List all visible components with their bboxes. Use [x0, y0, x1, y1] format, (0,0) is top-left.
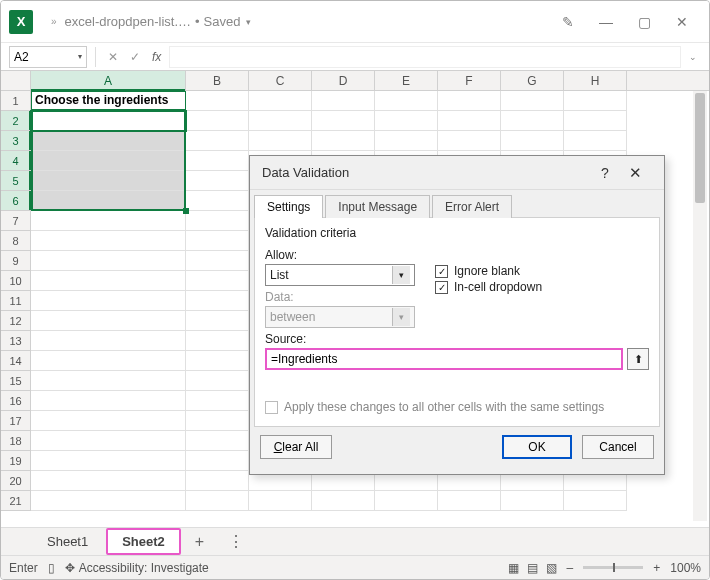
cell[interactable] [564, 131, 627, 151]
macro-record-icon[interactable]: ▯ [48, 561, 55, 575]
cell[interactable] [438, 491, 501, 511]
accessibility-icon[interactable]: ✥ [65, 561, 75, 575]
column-header[interactable]: B [186, 71, 249, 90]
cell[interactable] [438, 91, 501, 111]
cell[interactable] [31, 471, 186, 491]
cell[interactable] [31, 331, 186, 351]
cell[interactable] [186, 471, 249, 491]
cell[interactable] [186, 151, 249, 171]
cell[interactable]: Choose the ingredients [31, 91, 186, 111]
add-sheet-button[interactable]: + [183, 533, 216, 551]
cell[interactable] [186, 171, 249, 191]
cell[interactable] [186, 491, 249, 511]
row-header[interactable]: 2 [1, 111, 31, 131]
cell[interactable] [501, 491, 564, 511]
sheet-tab-sheet2[interactable]: Sheet2 [106, 528, 181, 555]
row-header[interactable]: 15 [1, 371, 31, 391]
cell[interactable] [249, 91, 312, 111]
row-header[interactable]: 19 [1, 451, 31, 471]
minimize-button[interactable]: — [587, 7, 625, 37]
chevron-down-icon[interactable]: ▾ [392, 266, 410, 284]
row-header[interactable]: 11 [1, 291, 31, 311]
chevron-down-icon[interactable]: ▾ [246, 17, 251, 27]
column-header[interactable]: F [438, 71, 501, 90]
cell[interactable] [31, 211, 186, 231]
row-header[interactable]: 9 [1, 251, 31, 271]
cell[interactable] [31, 151, 186, 171]
cell[interactable] [31, 491, 186, 511]
dialog-help-button[interactable]: ? [592, 165, 618, 181]
zoom-level[interactable]: 100% [670, 561, 701, 575]
cell[interactable] [31, 291, 186, 311]
cell[interactable] [186, 291, 249, 311]
row-header[interactable]: 20 [1, 471, 31, 491]
row-header[interactable]: 1 [1, 91, 31, 111]
range-picker-button[interactable]: ⬆ [627, 348, 649, 370]
cell[interactable] [31, 251, 186, 271]
cell[interactable] [186, 231, 249, 251]
cell[interactable] [186, 211, 249, 231]
cell[interactable] [186, 411, 249, 431]
cell[interactable] [31, 191, 186, 211]
source-input[interactable] [265, 348, 623, 370]
cell[interactable] [186, 431, 249, 451]
cell[interactable] [375, 131, 438, 151]
cell[interactable] [31, 171, 186, 191]
cell[interactable] [375, 91, 438, 111]
cell[interactable] [186, 111, 249, 131]
cell[interactable] [375, 111, 438, 131]
ink-icon[interactable]: ✎ [549, 7, 587, 37]
view-page-break-icon[interactable]: ▧ [546, 561, 557, 575]
cancel-button[interactable]: Cancel [582, 435, 654, 459]
cell[interactable] [249, 491, 312, 511]
row-header[interactable]: 17 [1, 411, 31, 431]
cell[interactable] [312, 111, 375, 131]
column-header[interactable]: A [31, 71, 186, 90]
dialog-title-bar[interactable]: Data Validation ? ✕ [250, 156, 664, 190]
cell[interactable] [438, 131, 501, 151]
cell[interactable] [501, 111, 564, 131]
all-sheets-button[interactable]: ⋮ [216, 532, 256, 551]
cell[interactable] [249, 111, 312, 131]
cell[interactable] [186, 251, 249, 271]
cell[interactable] [186, 311, 249, 331]
dialog-close-button[interactable]: ✕ [618, 164, 652, 182]
cell[interactable] [31, 431, 186, 451]
maximize-button[interactable]: ▢ [625, 7, 663, 37]
row-header[interactable]: 21 [1, 491, 31, 511]
in-cell-dropdown-checkbox[interactable]: ✓ In-cell dropdown [435, 280, 542, 294]
cell[interactable] [501, 131, 564, 151]
row-header[interactable]: 16 [1, 391, 31, 411]
ok-button[interactable]: OK [502, 435, 572, 459]
select-all-corner[interactable] [1, 71, 31, 90]
cell[interactable] [564, 491, 627, 511]
cell[interactable] [186, 451, 249, 471]
cell[interactable] [186, 351, 249, 371]
column-header[interactable]: H [564, 71, 627, 90]
vertical-scrollbar[interactable] [693, 91, 707, 521]
cell[interactable] [31, 411, 186, 431]
cell[interactable] [31, 351, 186, 371]
formula-input[interactable] [169, 46, 681, 68]
accessibility-status[interactable]: Accessibility: Investigate [79, 561, 209, 575]
view-page-layout-icon[interactable]: ▤ [527, 561, 538, 575]
fx-icon[interactable]: fx [148, 50, 165, 64]
row-header[interactable]: 10 [1, 271, 31, 291]
cancel-formula-icon[interactable]: ✕ [104, 50, 122, 64]
cell[interactable] [31, 111, 186, 131]
cell[interactable] [564, 111, 627, 131]
zoom-in-button[interactable]: + [653, 561, 660, 575]
cell[interactable] [186, 131, 249, 151]
zoom-slider[interactable] [583, 566, 643, 569]
row-header[interactable]: 4 [1, 151, 31, 171]
cell[interactable] [375, 491, 438, 511]
cell[interactable] [249, 131, 312, 151]
cell[interactable] [312, 491, 375, 511]
cell[interactable] [186, 331, 249, 351]
cell[interactable] [31, 371, 186, 391]
fill-handle[interactable] [183, 208, 189, 214]
cell[interactable] [312, 91, 375, 111]
column-header[interactable]: G [501, 71, 564, 90]
column-header[interactable]: E [375, 71, 438, 90]
row-header[interactable]: 13 [1, 331, 31, 351]
